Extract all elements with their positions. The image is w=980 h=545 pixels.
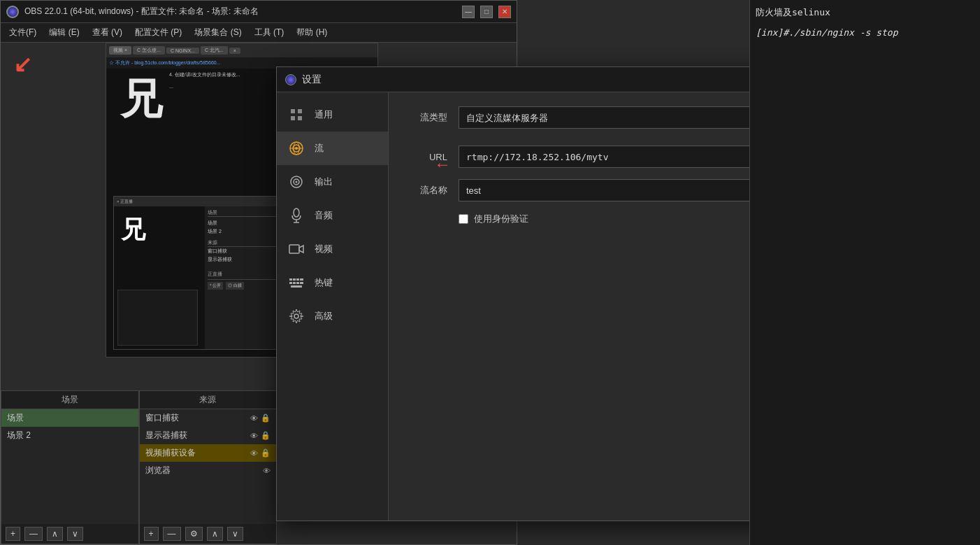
svg-point-26 xyxy=(294,314,298,318)
sidebar-item-advanced[interactable]: 高级 xyxy=(277,299,388,333)
sidebar-label-audio: 音频 xyxy=(315,209,333,222)
menu-help[interactable]: 帮助 (H) xyxy=(291,24,333,41)
sidebar-label-video: 视频 xyxy=(315,243,333,255)
terminal-line: [inx]#./sbin/nginx -s stop xyxy=(756,26,974,41)
sidebar-item-output[interactable]: 输出 xyxy=(277,165,388,199)
svg-rect-3 xyxy=(298,116,302,120)
source-label-window: 窗口捕获 xyxy=(145,412,179,424)
source-icons-display: 👁 🔒 xyxy=(250,431,271,440)
title-bar-controls: — □ ✕ xyxy=(462,6,511,18)
video-icon xyxy=(287,239,306,259)
maximize-button[interactable]: □ xyxy=(480,6,493,18)
preview-char: 兄 xyxy=(120,71,162,128)
source-icons-window: 👁 🔒 xyxy=(250,413,271,423)
scene-add-button[interactable]: + xyxy=(6,527,20,541)
terminal-content: 防火墙及selinux [inx]#./sbin/nginx -s stop xyxy=(756,6,974,41)
svg-marker-16 xyxy=(299,246,303,253)
lock-icon-window: 🔒 xyxy=(261,413,271,423)
sidebar-item-hotkeys[interactable]: 热键 xyxy=(277,266,388,299)
source-label-display: 显示器捕获 xyxy=(145,430,187,441)
obs-logo-icon xyxy=(6,6,19,18)
sidebar-label-output: 输出 xyxy=(315,176,333,188)
sidebar-item-audio[interactable]: 音频 xyxy=(277,199,388,232)
use-auth-label: 使用身份验证 xyxy=(474,213,528,225)
annotation-arrow-left: ↙ xyxy=(13,51,32,78)
svg-rect-2 xyxy=(291,116,295,120)
close-button[interactable]: ✕ xyxy=(498,6,511,18)
source-add-button[interactable]: + xyxy=(144,527,159,541)
title-bar-left: OBS 22.0.1 (64-bit, windows) - 配置文件: 未命名… xyxy=(6,6,259,18)
inner-tab: × 正直播 xyxy=(117,199,133,205)
source-item-browser[interactable]: 浏览器 👁 xyxy=(140,462,277,479)
svg-rect-19 xyxy=(296,278,299,281)
hotkeys-icon xyxy=(287,273,306,292)
source-settings-button[interactable]: ⚙ xyxy=(185,527,203,541)
source-icons-video: 👁 🔒 xyxy=(250,448,271,458)
svg-rect-18 xyxy=(293,278,296,281)
url-label: URL xyxy=(405,152,447,162)
menu-tools[interactable]: 工具 (T) xyxy=(249,24,290,41)
browser-url: ☆ 不允许 - blog.51cto.com/blogger/drafts/58… xyxy=(109,59,221,66)
inner-btn-2: ◎ 白膜 xyxy=(226,282,244,290)
output-icon xyxy=(287,172,306,192)
source-icons-browser: 👁 xyxy=(263,467,271,475)
browser-tab-1: 视频 × xyxy=(109,46,131,55)
scenes-panel-content: 场景 场景 2 xyxy=(1,409,138,524)
lock-icon-video: 🔒 xyxy=(261,448,271,458)
inner-preview-pane: 兄 xyxy=(114,206,205,349)
source-item-window[interactable]: 窗口捕获 👁 🔒 xyxy=(140,409,277,427)
sidebar-item-general[interactable]: 通用 xyxy=(277,98,388,132)
svg-rect-17 xyxy=(289,278,292,281)
sidebar-item-video[interactable]: 视频 xyxy=(277,232,388,266)
eye-icon-video: 👁 xyxy=(250,449,258,458)
scene-item-1[interactable]: 场景 xyxy=(1,409,138,427)
inner-nested xyxy=(117,290,198,346)
scene-item-2[interactable]: 场景 2 xyxy=(1,427,138,444)
stream-type-label: 流类型 xyxy=(405,111,447,124)
dialog-title-text: 设置 xyxy=(302,73,322,86)
browser-tab-4: C 北汽... xyxy=(201,46,228,55)
menu-bar: 文件(F) 编辑 (E) 查看 (V) 配置文件 (P) 场景集合 (S) 工具… xyxy=(1,23,517,43)
svg-point-11 xyxy=(296,181,298,183)
settings-sidebar: 通用 流 xyxy=(277,92,389,521)
source-item-display[interactable]: 显示器捕获 👁 🔒 xyxy=(140,427,277,444)
minimize-button[interactable]: — xyxy=(462,6,475,18)
use-auth-checkbox[interactable] xyxy=(459,214,468,224)
terminal-title: 防火墙及selinux xyxy=(756,6,974,20)
audio-icon xyxy=(287,206,306,225)
browser-tab-3: C NGINX... xyxy=(166,48,199,54)
sidebar-item-stream[interactable]: 流 xyxy=(277,132,388,165)
advanced-icon xyxy=(287,306,306,326)
svg-point-12 xyxy=(294,208,299,217)
stream-icon xyxy=(287,139,306,158)
sidebar-label-stream: 流 xyxy=(315,142,324,155)
menu-edit[interactable]: 编辑 (E) xyxy=(43,24,85,41)
scene-down-button[interactable]: ∨ xyxy=(67,527,83,541)
svg-rect-25 xyxy=(291,285,302,288)
bottom-panels: 场景 场景 场景 2 + — ∧ ∨ 来源 窗口捕获 👁 🔒 xyxy=(1,390,277,544)
source-item-video[interactable]: 视频捕获设备 👁 🔒 xyxy=(140,444,277,462)
inner-char: 兄 xyxy=(121,213,145,246)
source-down-button[interactable]: ∨ xyxy=(227,527,243,541)
right-panel: 防火墙及selinux [inx]#./sbin/nginx -s stop xyxy=(749,0,980,545)
source-up-button[interactable]: ∧ xyxy=(207,527,223,541)
svg-rect-23 xyxy=(296,282,299,284)
menu-profile[interactable]: 配置文件 (P) xyxy=(129,24,187,41)
lock-icon-display: 🔒 xyxy=(261,431,271,440)
scenes-panel: 场景 场景 场景 2 + — ∧ ∨ xyxy=(1,390,139,544)
scenes-panel-footer: + — ∧ ∨ xyxy=(1,524,138,544)
menu-scenecollection[interactable]: 场景集合 (S) xyxy=(189,24,247,41)
terminal-command: [inx]#./sbin/nginx -s stop xyxy=(756,27,898,38)
source-remove-button[interactable]: — xyxy=(163,527,181,541)
scene-remove-button[interactable]: — xyxy=(24,527,43,541)
title-bar: OBS 22.0.1 (64-bit, windows) - 配置文件: 未命名… xyxy=(1,1,517,23)
menu-view[interactable]: 查看 (V) xyxy=(87,24,128,41)
svg-rect-24 xyxy=(300,282,303,284)
svg-rect-1 xyxy=(298,109,302,113)
eye-icon-window: 👁 xyxy=(250,414,258,423)
scene-up-button[interactable]: ∧ xyxy=(47,527,63,541)
svg-rect-0 xyxy=(291,109,295,113)
sources-panel-header: 来源 xyxy=(140,391,277,409)
general-icon xyxy=(287,105,306,125)
menu-file[interactable]: 文件(F) xyxy=(3,24,42,41)
